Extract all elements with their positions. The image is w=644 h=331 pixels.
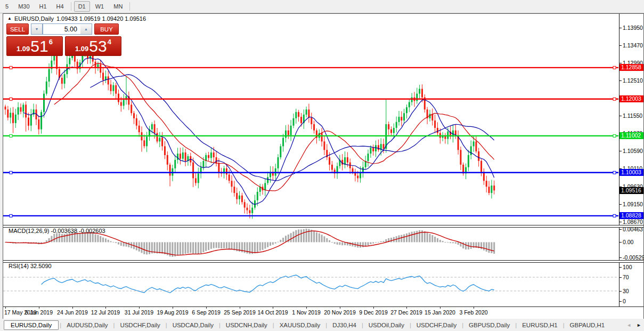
tabs-scroll-left-button[interactable]: ◄ [626, 322, 631, 328]
date-axis-tick [39, 307, 39, 309]
volume-increase-button[interactable]: ▲ [80, 23, 92, 35]
toolbar-separator [71, 2, 71, 11]
level-price-label: 1.12003 [619, 95, 643, 102]
chart-tab-gbpusd-daily[interactable]: GBPUSD,Daily [463, 320, 515, 330]
timeframe-button-w1[interactable]: W1 [91, 1, 109, 12]
date-axis-tick [306, 307, 307, 309]
buy-price-prefix: 1.09 [75, 45, 88, 53]
price-axis-tick: 1.10590 [619, 148, 643, 154]
level-price-label: 1.11002 [619, 132, 643, 139]
chart-tab-usdcnh-daily[interactable]: USDCNH,Daily [221, 320, 273, 330]
date-axis-label: 5 Jun 2019 [25, 309, 53, 316]
price-axis-tick: 100 [619, 264, 632, 270]
chart-tab-usdoil-daily[interactable]: USDOil,Daily [363, 320, 410, 330]
date-axis-label: 24 Jun 2019 [57, 309, 88, 316]
chart-tab-usdcad-daily[interactable]: USDCAD,Daily [167, 320, 219, 330]
arrow-down-icon: ▼ [35, 27, 39, 31]
chart-tab-eurusd-h1[interactable]: EURUSD,H1 [517, 320, 563, 330]
chart-tabs-bar: EURUSD,Daily|AUDUSD,Daily|USDCHF,Daily|U… [0, 319, 644, 331]
chart-tab-dj30-h4[interactable]: DJ30,H4 [327, 320, 362, 330]
chart-tab-eurusd-daily[interactable]: EURUSD,Daily [4, 320, 59, 330]
chart-tab-usdchf-daily[interactable]: USDCHF,Daily [115, 320, 165, 330]
date-axis-label: 12 Jul 2019 [91, 309, 120, 316]
date-axis-label: 9 Dec 2019 [359, 309, 388, 316]
price-axis-tick: 0.00 [619, 239, 633, 245]
chart-window: ▲ EURUSD,Daily 1.09433 1.09519 1.09420 1… [3, 13, 644, 320]
rsi-panel-canvas[interactable] [3, 262, 618, 306]
volume-input[interactable] [43, 23, 80, 35]
date-axis-label: 25 Sep 2019 [224, 309, 256, 316]
date-axis-tick [440, 307, 441, 309]
date-axis-tick [340, 307, 340, 309]
chart-symbol-label: EURUSD,Daily [14, 15, 54, 22]
date-axis-label: 31 Jul 2019 [125, 309, 153, 316]
date-axis[interactable]: 17 May 20195 Jun 201924 Jun 201912 Jul 2… [3, 306, 643, 319]
price-axis-tick: 70 [619, 274, 629, 280]
date-axis-tick [206, 307, 207, 309]
date-axis-tick [406, 307, 407, 309]
timeframe-button-5[interactable]: 5 [1, 1, 13, 12]
chart-tab-audusd-daily[interactable]: AUDUSD,Daily [61, 320, 113, 330]
one-click-trading-widget: SELL ▼ ▲ BUY 1.09 51 6 1.09 53 4 [6, 23, 124, 56]
price-axis-tick: 1.13950 [619, 25, 643, 31]
timeframe-button-mn[interactable]: MN [109, 1, 127, 12]
macd-indicator-label: MACD(12,26,9) -0.003638 -0.002603 [9, 228, 105, 234]
date-axis-label: 19 Aug 2019 [157, 309, 189, 316]
timeframe-button-h4[interactable]: H4 [52, 1, 68, 12]
date-axis-tick [173, 307, 173, 309]
timeframe-toolbar: 5M30H1H4D1W1MN [0, 0, 644, 13]
tabs-scroll-right-button[interactable]: ► [637, 322, 641, 328]
sell-button[interactable]: SELL [6, 23, 29, 35]
buy-button[interactable]: BUY [94, 23, 119, 35]
sell-price-main: 51 [30, 38, 48, 54]
date-axis-tick [105, 307, 106, 309]
price-axis-tick: 30 [619, 288, 629, 294]
price-axis-tick: 0 [619, 298, 626, 304]
rsi-indicator-label: RSI(14) 32.5090 [9, 263, 52, 269]
date-axis-tick [474, 307, 474, 309]
sell-price-prefix: 1.09 [17, 45, 30, 53]
date-axis-tick [139, 307, 140, 309]
arrow-up-icon: ▲ [84, 27, 88, 31]
price-axis-tick: 1.13470 [619, 42, 643, 49]
chart-tab-gbpaud-h1[interactable]: GBPAUD,H1 [565, 320, 610, 330]
timeframe-button-m30[interactable]: M30 [14, 1, 34, 12]
date-axis-label: 14 Oct 2019 [257, 309, 288, 316]
date-axis-tick [5, 307, 6, 309]
buy-price-main: 53 [89, 38, 107, 54]
date-axis-label: 27 Dec 2019 [390, 309, 422, 316]
tab-scroll-arrows: ◄ ► [626, 322, 641, 328]
sell-price-display[interactable]: 1.09 51 6 [6, 36, 63, 56]
chart-title: ▲ EURUSD,Daily 1.09433 1.09519 1.09420 1… [7, 15, 146, 22]
price-axis-tick: 1.09150 [619, 201, 643, 207]
level-price-label: 1.10003 [619, 169, 643, 176]
timeframe-button-h1[interactable]: H1 [35, 1, 51, 12]
level-price-label: 1.08828 [619, 212, 643, 219]
chart-tabs: EURUSD,Daily|AUDUSD,Daily|USDCHF,Daily|U… [0, 319, 610, 331]
chart-tab-xauusd-daily[interactable]: XAUUSD,Daily [274, 320, 326, 330]
date-axis-tick [373, 307, 374, 309]
date-axis-label: 20 Nov 2019 [324, 309, 356, 316]
collapse-arrow-icon[interactable]: ▲ [7, 16, 12, 21]
buy-price-display[interactable]: 1.09 53 4 [65, 36, 121, 56]
level-price-label: 1.12858 [619, 64, 643, 71]
price-axis-tick: 1.08670 [619, 219, 643, 225]
timeframe-button-d1[interactable]: D1 [74, 1, 90, 12]
chart-ohlc-values: 1.09433 1.09519 1.09420 1.09516 [56, 15, 146, 22]
mt4-window: 5M30H1H4D1W1MN ▲ EURUSD,Daily 1.09433 1.… [0, 0, 644, 331]
toolbar-separator [129, 2, 130, 11]
date-axis-tick [273, 307, 273, 309]
buy-price-sup: 4 [108, 38, 111, 46]
current-price-label: 1.09516 [619, 187, 643, 194]
price-axis-tick: 1.11550 [619, 112, 642, 119]
price-axis-tick: 1.12510 [619, 77, 643, 84]
date-axis-tick [240, 307, 240, 309]
volume-decrease-button[interactable]: ▼ [31, 23, 43, 35]
date-axis-tick [72, 307, 73, 309]
date-axis-label: 3 Feb 2020 [459, 309, 487, 316]
date-axis-label: 6 Sep 2019 [192, 309, 221, 316]
date-axis-label: 1 Nov 2019 [292, 309, 321, 316]
panel-splitter[interactable] [3, 260, 643, 263]
chart-tab-usdchf-daily[interactable]: USDCHF,Daily [411, 320, 462, 330]
date-axis-label: 15 Jan 2020 [425, 309, 455, 316]
